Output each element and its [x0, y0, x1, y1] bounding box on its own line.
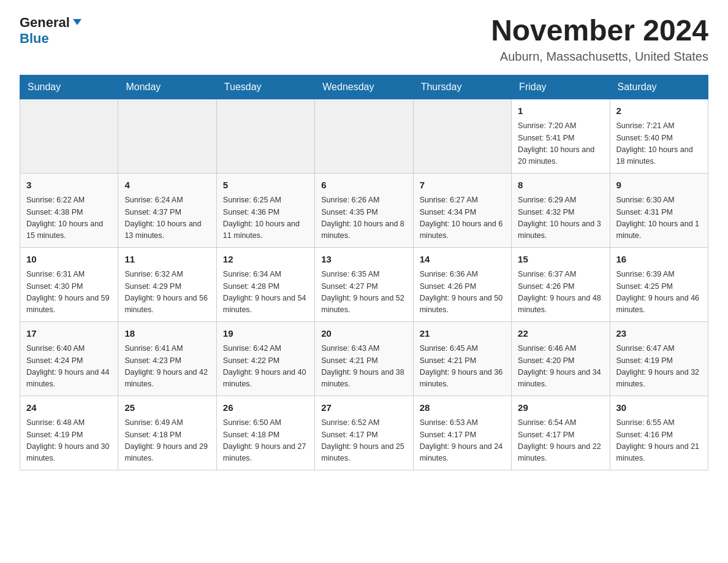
day-number: 29: [518, 401, 603, 415]
calendar-cell: 6Sunrise: 6:26 AM Sunset: 4:35 PM Daylig…: [315, 173, 413, 247]
calendar-cell: 19Sunrise: 6:42 AM Sunset: 4:22 PM Dayli…: [216, 321, 314, 396]
calendar-cell: 11Sunrise: 6:32 AM Sunset: 4:29 PM Dayli…: [118, 247, 216, 321]
day-number: 25: [124, 401, 210, 415]
day-number: 6: [321, 178, 406, 193]
calendar-cell: 18Sunrise: 6:41 AM Sunset: 4:23 PM Dayli…: [118, 321, 216, 396]
calendar-cell: 4Sunrise: 6:24 AM Sunset: 4:37 PM Daylig…: [118, 173, 216, 247]
calendar-table: SundayMondayTuesdayWednesdayThursdayFrid…: [20, 75, 708, 470]
day-info: Sunrise: 6:50 AM Sunset: 4:18 PM Dayligh…: [223, 417, 308, 465]
calendar-header-row: SundayMondayTuesdayWednesdayThursdayFrid…: [20, 75, 708, 99]
day-number: 22: [518, 327, 603, 341]
month-title: November 2024: [491, 15, 708, 47]
logo-general: General: [20, 15, 70, 31]
day-number: 8: [518, 178, 603, 193]
calendar-cell: 13Sunrise: 6:35 AM Sunset: 4:27 PM Dayli…: [315, 247, 413, 321]
day-number: 12: [223, 253, 308, 267]
day-info: Sunrise: 6:47 AM Sunset: 4:19 PM Dayligh…: [616, 343, 702, 391]
calendar-cell: 25Sunrise: 6:49 AM Sunset: 4:18 PM Dayli…: [118, 396, 216, 470]
logo: General Blue: [20, 15, 83, 47]
weekday-header-monday: Monday: [118, 75, 216, 99]
day-number: 14: [420, 253, 505, 267]
page-header: General Blue November 2024 Auburn, Massa…: [20, 15, 708, 64]
day-info: Sunrise: 6:45 AM Sunset: 4:21 PM Dayligh…: [420, 343, 505, 391]
day-number: 7: [420, 178, 505, 193]
day-number: 3: [26, 178, 112, 193]
logo-blue: Blue: [20, 31, 49, 47]
day-info: Sunrise: 6:27 AM Sunset: 4:34 PM Dayligh…: [420, 194, 505, 242]
calendar-cell: 16Sunrise: 6:39 AM Sunset: 4:25 PM Dayli…: [610, 247, 708, 321]
day-info: Sunrise: 6:30 AM Sunset: 4:31 PM Dayligh…: [616, 194, 702, 242]
day-info: Sunrise: 6:22 AM Sunset: 4:38 PM Dayligh…: [26, 194, 112, 242]
day-info: Sunrise: 6:53 AM Sunset: 4:17 PM Dayligh…: [420, 417, 505, 465]
location-subtitle: Auburn, Massachusetts, United States: [491, 50, 708, 64]
day-info: Sunrise: 6:24 AM Sunset: 4:37 PM Dayligh…: [124, 194, 210, 242]
calendar-cell: 15Sunrise: 6:37 AM Sunset: 4:26 PM Dayli…: [512, 247, 610, 321]
weekday-header-sunday: Sunday: [20, 75, 118, 99]
day-info: Sunrise: 6:26 AM Sunset: 4:35 PM Dayligh…: [321, 194, 406, 242]
day-info: Sunrise: 6:43 AM Sunset: 4:21 PM Dayligh…: [321, 343, 406, 391]
day-number: 5: [223, 178, 308, 193]
calendar-cell: 14Sunrise: 6:36 AM Sunset: 4:26 PM Dayli…: [413, 247, 511, 321]
day-number: 19: [223, 327, 308, 341]
day-info: Sunrise: 6:40 AM Sunset: 4:24 PM Dayligh…: [26, 343, 112, 391]
day-info: Sunrise: 7:21 AM Sunset: 5:40 PM Dayligh…: [616, 120, 702, 168]
title-block: November 2024 Auburn, Massachusetts, Uni…: [491, 15, 708, 64]
day-number: 23: [616, 327, 702, 341]
day-number: 21: [420, 327, 505, 341]
calendar-cell: 8Sunrise: 6:29 AM Sunset: 4:32 PM Daylig…: [512, 173, 610, 247]
day-number: 20: [321, 327, 406, 341]
day-info: Sunrise: 7:20 AM Sunset: 5:41 PM Dayligh…: [518, 120, 603, 168]
day-info: Sunrise: 6:35 AM Sunset: 4:27 PM Dayligh…: [321, 269, 406, 316]
day-number: 18: [124, 327, 210, 341]
day-number: 4: [124, 178, 210, 193]
calendar-week-row: 24Sunrise: 6:48 AM Sunset: 4:19 PM Dayli…: [20, 396, 708, 470]
calendar-cell: 2Sunrise: 7:21 AM Sunset: 5:40 PM Daylig…: [610, 99, 708, 173]
calendar-week-row: 3Sunrise: 6:22 AM Sunset: 4:38 PM Daylig…: [20, 173, 708, 247]
day-number: 15: [518, 253, 603, 267]
calendar-cell: [216, 99, 314, 173]
calendar-cell: 21Sunrise: 6:45 AM Sunset: 4:21 PM Dayli…: [413, 321, 511, 396]
day-number: 1: [518, 104, 603, 118]
calendar-cell: 9Sunrise: 6:30 AM Sunset: 4:31 PM Daylig…: [610, 173, 708, 247]
day-info: Sunrise: 6:25 AM Sunset: 4:36 PM Dayligh…: [223, 194, 308, 242]
weekday-header-wednesday: Wednesday: [315, 75, 413, 99]
day-number: 11: [124, 253, 210, 267]
day-info: Sunrise: 6:34 AM Sunset: 4:28 PM Dayligh…: [223, 269, 308, 316]
day-info: Sunrise: 6:49 AM Sunset: 4:18 PM Dayligh…: [124, 417, 210, 465]
day-number: 10: [26, 253, 112, 267]
day-info: Sunrise: 6:37 AM Sunset: 4:26 PM Dayligh…: [518, 269, 603, 316]
weekday-header-saturday: Saturday: [610, 75, 708, 99]
logo-arrow-icon: [72, 17, 83, 30]
day-number: 17: [26, 327, 112, 341]
day-number: 24: [26, 401, 112, 415]
day-number: 9: [616, 178, 702, 193]
day-info: Sunrise: 6:52 AM Sunset: 4:17 PM Dayligh…: [321, 417, 406, 465]
day-info: Sunrise: 6:42 AM Sunset: 4:22 PM Dayligh…: [223, 343, 308, 391]
day-info: Sunrise: 6:29 AM Sunset: 4:32 PM Dayligh…: [518, 194, 603, 242]
svg-marker-0: [73, 19, 82, 25]
day-number: 28: [420, 401, 505, 415]
day-info: Sunrise: 6:31 AM Sunset: 4:30 PM Dayligh…: [26, 269, 112, 316]
calendar-cell: 20Sunrise: 6:43 AM Sunset: 4:21 PM Dayli…: [315, 321, 413, 396]
day-info: Sunrise: 6:48 AM Sunset: 4:19 PM Dayligh…: [26, 417, 112, 465]
day-info: Sunrise: 6:39 AM Sunset: 4:25 PM Dayligh…: [616, 269, 702, 316]
calendar-cell: 27Sunrise: 6:52 AM Sunset: 4:17 PM Dayli…: [315, 396, 413, 470]
day-info: Sunrise: 6:54 AM Sunset: 4:17 PM Dayligh…: [518, 417, 603, 465]
calendar-cell: 24Sunrise: 6:48 AM Sunset: 4:19 PM Dayli…: [20, 396, 118, 470]
day-info: Sunrise: 6:32 AM Sunset: 4:29 PM Dayligh…: [124, 269, 210, 316]
day-info: Sunrise: 6:55 AM Sunset: 4:16 PM Dayligh…: [616, 417, 702, 465]
day-number: 13: [321, 253, 406, 267]
day-info: Sunrise: 6:36 AM Sunset: 4:26 PM Dayligh…: [420, 269, 505, 316]
calendar-cell: 12Sunrise: 6:34 AM Sunset: 4:28 PM Dayli…: [216, 247, 314, 321]
calendar-cell: [315, 99, 413, 173]
weekday-header-thursday: Thursday: [413, 75, 511, 99]
day-number: 27: [321, 401, 406, 415]
weekday-header-friday: Friday: [512, 75, 610, 99]
calendar-week-row: 1Sunrise: 7:20 AM Sunset: 5:41 PM Daylig…: [20, 99, 708, 173]
day-number: 30: [616, 401, 702, 415]
day-number: 26: [223, 401, 308, 415]
calendar-cell: 17Sunrise: 6:40 AM Sunset: 4:24 PM Dayli…: [20, 321, 118, 396]
calendar-cell: 28Sunrise: 6:53 AM Sunset: 4:17 PM Dayli…: [413, 396, 511, 470]
calendar-cell: 29Sunrise: 6:54 AM Sunset: 4:17 PM Dayli…: [512, 396, 610, 470]
calendar-week-row: 17Sunrise: 6:40 AM Sunset: 4:24 PM Dayli…: [20, 321, 708, 396]
